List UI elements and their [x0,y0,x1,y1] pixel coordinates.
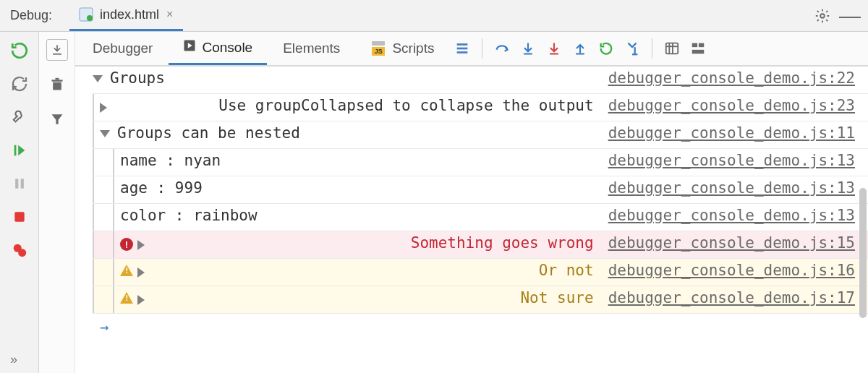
tab-elements[interactable]: Elements [268,32,354,65]
source-link[interactable]: debugger_console_demo.js:22 [600,67,868,90]
refresh-button[interactable] [8,72,31,95]
tab-scripts[interactable]: JS Scripts [356,32,448,65]
log-row: name : nyan debugger_console_demo.js:13 [93,149,868,176]
svg-rect-5 [15,179,18,188]
svg-rect-12 [53,82,61,90]
stop-button[interactable] [8,205,31,228]
svg-rect-33 [692,43,697,47]
log-row: Groups debugger_console_demo.js:22 [93,67,868,94]
file-tab[interactable]: index.html × [69,0,183,31]
indent-guide [93,259,94,286]
step-over-button[interactable] [490,36,514,61]
source-link[interactable]: debugger_console_demo.js:13 [600,176,868,200]
log-message: color : rainbow [120,207,258,224]
indent-guide [93,286,94,313]
svg-rect-13 [51,80,62,82]
collapse-icon[interactable] [93,75,103,82]
evaluate-expression-button[interactable] [660,36,684,61]
tab-console[interactable]: Console [169,32,267,65]
log-message: name : nyan [120,152,221,169]
source-link[interactable]: debugger_console_demo.js:16 [600,259,868,282]
step-into-button[interactable] [516,36,540,61]
indent-guide [93,231,94,258]
indent-guide [113,204,114,231]
tab-debugger[interactable]: Debugger [78,32,167,65]
rerun-button[interactable] [8,39,31,62]
indent-guide [113,259,114,286]
indent-guide [113,286,114,313]
right-panel: Debugger Console Elements JS Scripts [75,32,868,373]
trash-button[interactable] [46,74,68,95]
step-out-button[interactable] [568,36,592,61]
log-message: Something goes wrong [411,234,594,252]
wrench-settings-button[interactable] [8,106,31,129]
svg-point-9 [18,249,26,257]
warning-icon [120,265,133,276]
log-message: Use groupCollapsed to collapse the outpu… [218,97,593,114]
console-output[interactable]: Groups debugger_console_demo.js:22 Use g… [75,67,868,373]
expand-icon[interactable] [137,295,513,305]
log-message: Groups [110,69,165,87]
source-link[interactable]: debugger_console_demo.js:13 [600,204,868,227]
more-tools-icon[interactable]: » [10,352,17,367]
resume-button[interactable] [8,139,31,162]
log-row: Use groupCollapsed to collapse the outpu… [93,94,868,121]
source-link[interactable]: debugger_console_demo.js:23 [600,94,868,117]
indent-guide [113,231,114,258]
svg-point-2 [820,14,825,18]
log-row-error: !Something goes wrong debugger_console_d… [93,231,868,259]
svg-rect-7 [14,212,24,221]
indent-guide [93,204,94,231]
warning-icon [120,292,133,304]
svg-point-1 [87,15,93,21]
tool-window-title: Debug: [10,8,52,23]
minimize-button[interactable]: — [836,2,864,30]
scrollbar[interactable] [859,188,867,318]
svg-rect-6 [20,179,23,188]
indent-guide [93,121,94,148]
source-link[interactable]: debugger_console_demo.js:11 [600,121,868,145]
breakpoints-button[interactable] [8,239,31,262]
js-icon: JS [370,41,386,56]
prompt-icon: → [100,318,109,335]
source-link[interactable]: debugger_console_demo.js:15 [600,231,868,254]
debugger-tabs: Debugger Console Elements JS Scripts [75,32,868,67]
indent-guide [93,176,94,203]
svg-rect-14 [55,78,59,80]
source-link[interactable]: debugger_console_demo.js:17 [600,286,868,309]
log-message: Or not [539,262,594,279]
left-rail [0,32,39,373]
layout-button[interactable] [686,36,710,61]
force-step-into-button[interactable] [542,36,566,61]
scroll-to-end-button[interactable] [46,39,68,61]
source-link[interactable]: debugger_console_demo.js:13 [600,149,868,172]
log-message: age : 999 [120,179,203,197]
log-message: Groups can be nested [117,124,300,142]
log-row-warning: Or not debugger_console_demo.js:16 [93,259,868,286]
console-run-icon [183,39,196,56]
svg-rect-3 [14,145,16,156]
expand-icon[interactable] [100,103,211,113]
indent-guide [113,176,114,203]
file-tab-label: index.html [100,7,159,22]
log-row: color : rainbow debugger_console_demo.js… [93,204,868,231]
close-icon[interactable]: × [165,8,174,21]
drop-frame-button[interactable] [594,36,618,61]
html-file-icon [78,7,94,22]
indent-guide [93,149,94,176]
indent-guide [113,149,114,176]
indent-guide [93,94,94,121]
console-input-row[interactable]: → [93,314,868,343]
error-icon: ! [120,238,133,251]
log-row-warning: Not sure debugger_console_demo.js:17 [93,286,868,314]
list-icon[interactable] [450,36,475,61]
run-to-cursor-button[interactable] [620,36,644,61]
svg-rect-35 [692,50,705,54]
gear-icon[interactable] [809,2,836,30]
expand-icon[interactable] [137,240,404,250]
expand-icon[interactable] [137,267,532,278]
filter-button[interactable] [46,108,68,130]
svg-rect-34 [699,43,704,47]
pause-button[interactable] [8,172,31,195]
collapse-icon[interactable] [100,130,110,137]
